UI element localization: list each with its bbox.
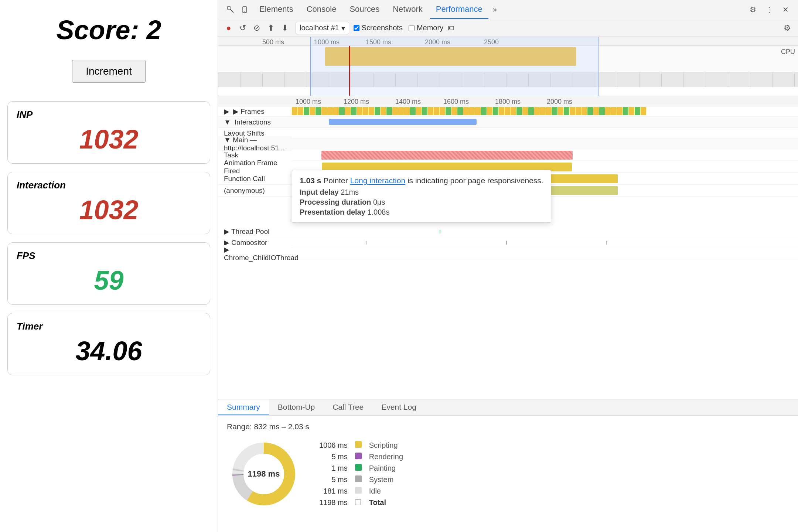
upload-button[interactable]: ⬆ [265,22,277,34]
task-label: Task [218,151,292,159]
legend-label-text: Total [365,497,407,508]
frame-block [475,107,481,115]
frames-track: ▶ ▶ Frames (function(){ // Generate many… [218,106,798,117]
settings-icon[interactable]: ⚙ [746,3,760,16]
device-icon[interactable] [239,3,252,16]
timer-label: Timer [17,321,201,332]
tooltip-processing: Processing duration 0μs [300,198,543,207]
frame-block [516,107,522,115]
frame-block [321,107,327,115]
devtools-panel: Elements Console Sources Network Perform… [218,0,798,532]
record-button[interactable]: ● [222,22,235,34]
childio-track: ▶ Chrome_ChildIOThread [218,248,798,259]
tab-call-tree[interactable]: Call Tree [324,399,372,415]
interaction-card: Interaction 1032 [7,172,210,234]
svg-rect-2 [243,7,246,13]
tooltip-link[interactable]: Long interaction [350,176,405,185]
frame-block [398,107,404,115]
interactions-label[interactable]: ▼ Interactions [218,118,292,126]
frame-block [522,107,528,115]
interactions-track: ▼ Interactions [218,117,798,128]
compositor-marker3 [606,241,607,245]
legend-total-checkbox[interactable] [355,499,361,505]
inp-card: INP 1032 [7,101,210,164]
memory-capture-icon[interactable] [445,22,457,34]
bottom-panel: Summary Bottom-Up Call Tree Event Log Ra… [218,399,798,532]
frame-block [605,107,611,115]
interaction-bar[interactable] [329,119,477,125]
tab-performance[interactable]: Performance [430,0,488,19]
bottom-content: Range: 832 ms – 2.03 s [218,416,798,532]
frame-block [351,107,357,115]
frame-block [635,107,640,115]
selection-overlay[interactable] [310,37,598,96]
thread-pool-content [292,226,798,237]
screenshots-label: Screenshots [362,24,403,32]
frame-block [558,107,563,115]
tooltip-time: 1.03 s [300,176,321,185]
legend-color-box [355,464,362,471]
screenshots-checkbox-area: Screenshots [354,24,403,32]
score-title: Score: 2 [56,15,161,45]
frame-block [339,107,345,115]
compositor-marker2 [506,241,507,245]
tooltip-message: is indicating poor page responsiveness. [407,176,543,185]
frame-block [611,107,617,115]
frame-block [511,107,516,115]
frame-block [546,107,552,115]
frame-block [316,107,321,115]
inspect-icon[interactable] [224,3,237,16]
clear-button[interactable]: ⊘ [250,22,263,34]
screenshots-checkbox[interactable] [354,25,359,31]
tooltip-input-delay: Input delay 21ms [300,188,543,197]
svg-line-1 [230,9,233,13]
task-bar [321,151,573,160]
timeline-area[interactable]: 1000 ms 1200 ms 1400 ms 1600 ms 1800 ms … [218,96,798,399]
svg-rect-5 [449,27,450,29]
tab-elements[interactable]: Elements [253,0,299,19]
frame-block [410,107,416,115]
more-tabs-button[interactable]: » [490,3,500,16]
legend-table: 1006 msScripting5 msRendering1 msPaintin… [316,440,407,508]
donut-chart: 1198 ms [227,437,301,511]
session-selector[interactable]: localhost #1 ▾ [296,22,349,34]
tab-bottom-up[interactable]: Bottom-Up [269,399,324,415]
legend-ms-value: 181 ms [316,485,351,497]
thread-pool-label[interactable]: ▶ Thread Pool [218,227,292,236]
tab-event-log[interactable]: Event Log [372,399,425,415]
increment-button[interactable]: Increment [72,60,146,83]
fps-value: 59 [17,265,201,296]
perf-settings-button[interactable]: ⚙ [781,22,794,34]
reload-button[interactable]: ↺ [236,22,249,34]
childio-label[interactable]: ▶ Chrome_ChildIOThread [218,245,292,262]
frame-block [327,107,333,115]
frame-block [593,107,599,115]
task-content [292,149,798,161]
frames-label[interactable]: ▶ ▶ Frames [218,107,292,116]
frame-block [499,107,504,115]
donut-center-label: 1198 ms [248,469,280,479]
tooltip-title: 1.03 s Pointer Long interaction is indic… [300,176,543,185]
legend-ms-value: 1006 ms [316,440,351,451]
download-button[interactable]: ⬇ [279,22,291,34]
close-icon[interactable]: ✕ [779,3,792,16]
overview-timeline[interactable]: 500 ms 1000 ms 1500 ms 2000 ms 2500 CPU … [218,37,798,96]
frame-block [428,107,433,115]
childio-content [292,248,798,259]
memory-checkbox[interactable] [409,25,415,31]
compositor-content [292,237,798,248]
frame-block [487,107,492,115]
tab-console[interactable]: Console [301,0,342,19]
tab-network[interactable]: Network [387,0,429,19]
main-thread-label[interactable]: ▼ Main — http://localhost:51... [218,136,292,152]
frame-block [422,107,427,115]
inp-value: 1032 [17,124,201,154]
legend-label-text: Scripting [365,440,407,451]
tab-sources[interactable]: Sources [344,0,385,19]
tab-summary[interactable]: Summary [218,399,269,415]
more-options-icon[interactable]: ⋮ [763,3,776,16]
tl-1000ms: 1000 ms [296,98,321,106]
frame-block [505,107,510,115]
legend-ms-value: 1198 ms [316,497,351,508]
layout-shifts-content [292,128,798,139]
